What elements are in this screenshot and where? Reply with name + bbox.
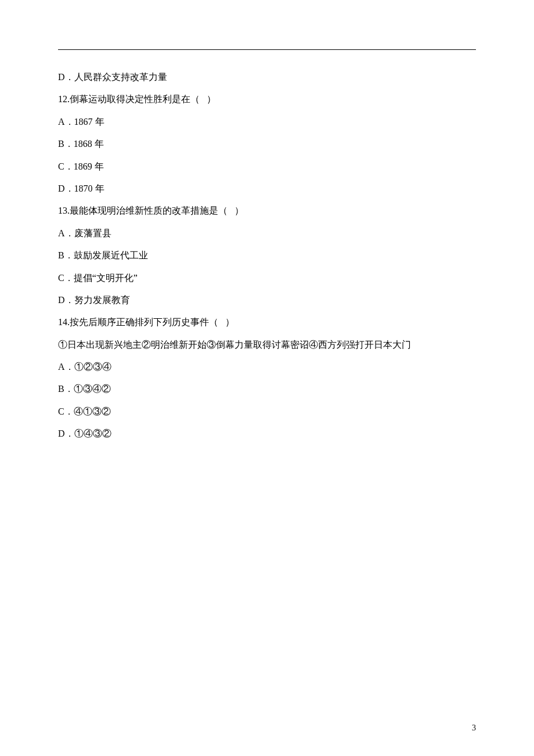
page: D．人民群众支持改革力量 12.倒幕运动取得决定性胜利是在（ ） A．1867 …: [0, 0, 534, 756]
q12-option-c: C．1869 年: [58, 156, 476, 178]
q14-option-b: B．①③④②: [58, 378, 476, 400]
q13-option-b: B．鼓励发展近代工业: [58, 244, 476, 267]
q14-option-d: D．①④③②: [58, 423, 476, 445]
page-number: 3: [472, 723, 476, 733]
q13-stem: 13.最能体现明治维新性质的改革措施是（ ）: [58, 200, 476, 222]
q14-option-c: C．④①③②: [58, 401, 476, 423]
q14-stem: 14.按先后顺序正确排列下列历史事件（ ）: [58, 311, 476, 333]
q12-option-a: A．1867 年: [58, 111, 476, 133]
q12-option-d: D．1870 年: [58, 178, 476, 200]
q13-option-d: D．努力发展教育: [58, 289, 476, 311]
q13-option-c: C．提倡“文明开化”: [58, 267, 476, 289]
q14-option-a: A．①②③④: [58, 356, 476, 378]
q12-option-b: B．1868 年: [58, 133, 476, 155]
q13-option-a: A．废藩置县: [58, 222, 476, 244]
q11-option-d: D．人民群众支持改革力量: [58, 66, 476, 88]
q12-stem: 12.倒幕运动取得决定性胜利是在（ ）: [58, 88, 476, 110]
top-rule: [58, 49, 476, 50]
q14-events: ①日本出现新兴地主②明治维新开始③倒幕力量取得讨幕密诏④西方列强打开日本大门: [58, 334, 476, 356]
